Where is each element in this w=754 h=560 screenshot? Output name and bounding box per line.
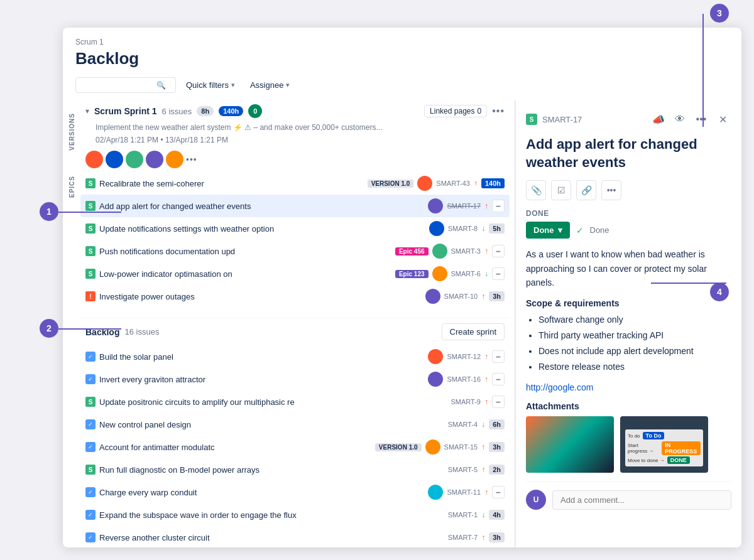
issue-title: Expand the subspace wave in order to eng… <box>99 510 444 520</box>
priority-up-icon: ↑ <box>481 533 485 542</box>
avatar-3 <box>126 151 143 168</box>
remove-button[interactable]: – <box>492 350 505 363</box>
time-badge: 6h <box>489 419 505 429</box>
external-link[interactable]: http://google.com <box>526 382 731 392</box>
sprint-collapse-icon[interactable]: ▾ <box>85 107 89 116</box>
sprint-issue-row[interactable]: S Add app alert for changed weather even… <box>80 195 510 217</box>
search-input[interactable] <box>81 80 156 90</box>
backlog-issue-row[interactable]: ✓ Invert every graviton attractor SMART-… <box>80 368 510 390</box>
annotation-1: 1 <box>40 202 58 221</box>
attach-button[interactable]: 📎 <box>526 180 546 200</box>
sprint-header[interactable]: ▾ Scrum Sprint 1 6 issues 8h 140h 0 Link… <box>80 100 510 122</box>
issue-title: Build the solar panel <box>99 352 424 362</box>
watch-button[interactable]: 👁 <box>671 110 689 128</box>
assignee-avatar <box>428 349 443 364</box>
backlog-issue-row[interactable]: S Update positronic circuits to amplify … <box>80 390 510 413</box>
annotation-2: 2 <box>40 319 58 338</box>
sprint-issue-row[interactable]: ! Investigate power outages SMART-10 ↑ 3… <box>80 285 510 308</box>
backlog-issue-row[interactable]: ✓ Charge every warp conduit SMART-11 ↑ – <box>80 481 510 503</box>
comment-input[interactable] <box>552 490 731 510</box>
backlog-issue-row[interactable]: ✓ Build the solar panel SMART-12 ↑ – <box>80 345 510 368</box>
issue-title: Charge every warp conduit <box>99 488 424 497</box>
sprint-badge-140h: 140h <box>219 106 243 116</box>
breadcrumb: Scrum 1 <box>75 38 729 46</box>
priority-up-icon: ↑ <box>481 443 485 451</box>
detail-panel-header: S SMART-17 📣 👁 ••• ✕ <box>526 110 731 128</box>
linked-pages-label: Linked pages <box>430 107 474 116</box>
sprint-dates: 02/Apr/18 1:21 PM • 13/Apr/18 1:21 PM <box>80 134 510 147</box>
issue-id: SMART-5 <box>448 466 478 473</box>
done-status-button[interactable]: Done ▾ <box>526 222 570 239</box>
annotation-2-container: 2 <box>40 319 58 338</box>
backlog-issue-row[interactable]: ✓ New control panel design SMART-4 ↓ 6h <box>80 413 510 436</box>
backlog-issue-row[interactable]: ✓ Expand the subspace wave in order to e… <box>80 503 510 526</box>
attachment-2[interactable]: To do To Do Start progress → IN PROGRESS… <box>620 416 708 473</box>
story-icon: S <box>85 269 96 279</box>
backlog-issue-count: 16 issues <box>124 327 159 337</box>
scope-item: Does not include app alert development <box>538 345 731 358</box>
scope-list: Software change only Third party weather… <box>526 313 731 374</box>
assignee-filter-button[interactable]: Assignee ▾ <box>245 77 295 93</box>
priority-up-icon: ↑ <box>481 465 485 474</box>
linked-pages-button[interactable]: Linked pages 0 <box>424 105 487 117</box>
task-icon: ✓ <box>85 487 96 497</box>
status-row: Done ▾ ✓ Done <box>526 222 731 239</box>
priority-up-icon: ↑ <box>484 247 488 256</box>
sprint-issue-row[interactable]: S Recalibrate the semi-coherer VERSION 1… <box>80 172 510 195</box>
time-badge: 140h <box>481 178 505 188</box>
story-icon: S <box>85 201 96 211</box>
scope-item: Restore release notes <box>538 360 731 374</box>
link-button[interactable]: 🔗 <box>576 180 596 200</box>
scope-section: Scope & requirements Software change onl… <box>526 298 731 374</box>
sprint-more-menu[interactable]: ••• <box>492 105 505 117</box>
backlog-issue-row[interactable]: ✓ Reverse another cluster circuit SMART-… <box>80 526 510 547</box>
search-box[interactable]: 🔍 <box>75 77 176 93</box>
backlog-issue-row[interactable]: S Run full diagnostic on B-model power a… <box>80 458 510 481</box>
sprint-issue-row[interactable]: S Push notifications documentation upd E… <box>80 240 510 262</box>
priority-down-icon: ↓ <box>484 269 488 278</box>
detail-toolbar: 📎 ☑ 🔗 ••• <box>526 180 731 200</box>
avatars-more[interactable]: ••• <box>186 154 197 164</box>
version-badge: VERSION 1.0 <box>368 180 414 188</box>
remove-button[interactable]: – <box>492 396 505 408</box>
search-icon: 🔍 <box>156 81 166 90</box>
task-icon: ✓ <box>85 510 96 520</box>
remove-button[interactable]: – <box>492 200 505 212</box>
create-sprint-button[interactable]: Create sprint <box>442 323 505 340</box>
status-label: Done <box>526 209 731 218</box>
priority-up-icon: ↑ <box>481 292 485 301</box>
assignee-avatar <box>429 221 444 236</box>
more-options-button[interactable]: ••• <box>601 180 621 200</box>
megaphone-button[interactable]: 📣 <box>650 110 667 128</box>
more-actions-button[interactable]: ••• <box>692 110 710 128</box>
backlog-issue-row[interactable]: ✓ Account for antimatter modulatc VERSIO… <box>80 436 510 458</box>
priority-down-icon: ↓ <box>481 510 485 519</box>
version-badge: VERSION 1.0 <box>375 443 422 451</box>
remove-button[interactable]: – <box>492 486 505 498</box>
attachments-row: To do To Do Start progress → IN PROGRESS… <box>526 416 731 473</box>
remove-button[interactable]: – <box>492 267 505 280</box>
checklist-button[interactable]: ☑ <box>551 180 571 200</box>
sprint-issue-row[interactable]: S Update notifications settings with wea… <box>80 217 510 240</box>
attachment-1[interactable] <box>526 416 614 473</box>
annotation-4: 4 <box>710 283 729 301</box>
close-panel-button[interactable]: ✕ <box>714 110 731 128</box>
priority-up-icon: ↑ <box>484 488 488 497</box>
issue-title: Recalibrate the semi-coherer <box>99 179 364 188</box>
quick-filters-button[interactable]: Quick filters ▾ <box>181 77 240 93</box>
remove-button[interactable]: – <box>492 373 505 385</box>
epic-badge: Epic 123 <box>395 270 429 278</box>
sprint-issue-row[interactable]: S Low-power indicator optimasation on Ep… <box>80 262 510 285</box>
detail-issue-title: Add app alert for changed weather events <box>526 136 731 171</box>
time-badge: 4h <box>489 510 505 520</box>
panel-actions: 📣 👁 ••• ✕ <box>650 110 731 128</box>
issue-id: SMART-15 <box>444 443 478 451</box>
status-checkmark-icon: ✓ <box>576 225 584 235</box>
time-badge: 3h <box>489 442 505 452</box>
issue-title: Update positronic circuits to amplify ou… <box>99 397 447 407</box>
story-icon: S <box>85 223 96 234</box>
annotation-line-1 <box>58 212 121 213</box>
remove-button[interactable]: – <box>492 245 505 257</box>
assignee-avatar <box>428 198 443 213</box>
sprint-section: ▾ Scrum Sprint 1 6 issues 8h 140h 0 Link… <box>80 100 510 308</box>
